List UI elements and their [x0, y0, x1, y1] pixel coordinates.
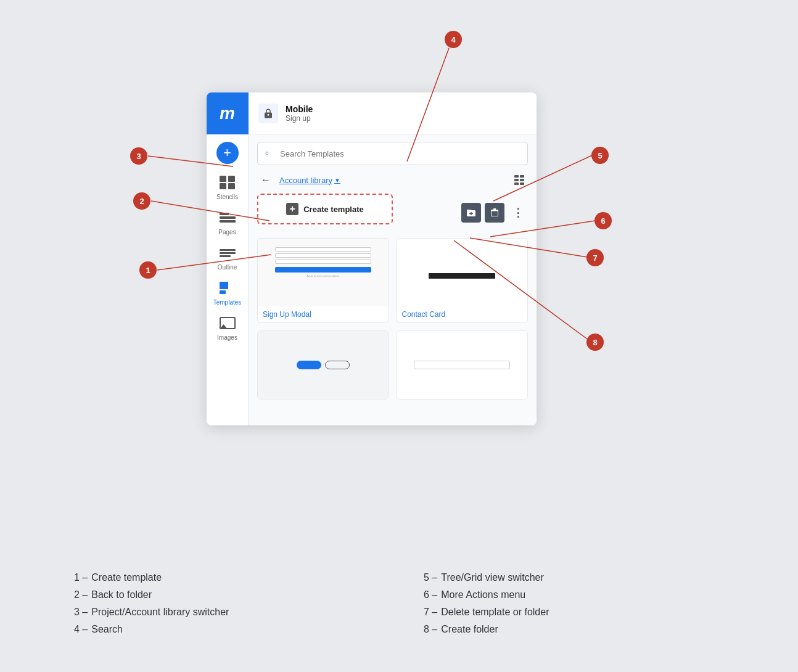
stencils-icon-box: [218, 174, 237, 191]
sidebar-item-pages[interactable]: Pages: [207, 204, 249, 239]
btn-preview-outline: [325, 361, 350, 369]
svg-point-20: [130, 147, 147, 165]
btn-preview-filled: [297, 361, 321, 369]
card-label-contact: Contact Card: [397, 306, 528, 322]
svg-text:1: 1: [146, 266, 150, 275]
legend-num-7: 7 –: [424, 607, 437, 618]
legend-num-2: 2 –: [74, 589, 88, 600]
outline-icon: [220, 249, 236, 257]
template-cards-grid: Agree to terms and conditions Sign Up Mo…: [257, 238, 528, 400]
sidebar-item-label: Pages: [218, 229, 236, 236]
svg-rect-3: [520, 175, 524, 178]
legend-num-6: 6 –: [424, 589, 437, 600]
sidebar-item-templates[interactable]: Templates: [207, 274, 249, 309]
main-content: Mobile Sign up ⚬ ← Account library ▼: [249, 92, 537, 425]
legend-item-6: 6 – More Actions menu: [424, 589, 724, 600]
delete-button[interactable]: [485, 203, 504, 223]
sidebar-item-label: Outline: [218, 264, 237, 271]
pages-icon-box: [218, 209, 237, 226]
legend-item-4: 4 – Search: [74, 624, 374, 635]
template-card-buttons[interactable]: [257, 330, 389, 400]
svg-point-26: [591, 147, 609, 164]
library-switcher[interactable]: Account library ▼: [279, 176, 340, 185]
signup-preview-input3: [275, 260, 371, 264]
legend-num-3: 3 –: [74, 607, 88, 618]
input-preview: [397, 331, 528, 399]
svg-text:7: 7: [593, 253, 597, 263]
card-label-signup: Sign Up Modal: [258, 306, 389, 322]
svg-rect-12: [493, 208, 496, 210]
sidebar-item-label: Templates: [213, 299, 242, 306]
legend-text-1: Create template: [91, 572, 162, 583]
svg-rect-1: [514, 179, 519, 181]
legend-text-5: Tree/Grid view switcher: [441, 572, 544, 583]
template-card-input[interactable]: [397, 330, 529, 400]
grid-view-button[interactable]: [511, 171, 528, 189]
svg-text:4: 4: [451, 35, 456, 44]
templates-icon: [220, 282, 236, 294]
toolbar: ← Account library ▼: [249, 165, 537, 194]
legend-item-8: 8 – Create folder: [424, 624, 724, 635]
svg-point-32: [586, 249, 604, 266]
search-icon: ⚬: [263, 149, 271, 158]
template-card-signup[interactable]: Agree to terms and conditions Sign Up Mo…: [257, 238, 389, 323]
signup-preview-btn: [275, 267, 371, 272]
svg-point-17: [133, 192, 150, 210]
sidebar-item-outline[interactable]: Outline: [207, 239, 249, 274]
page-subtitle: Sign up: [286, 114, 313, 123]
svg-text:3: 3: [136, 152, 141, 161]
search-bar: ⚬: [257, 142, 528, 165]
pages-icon: [220, 213, 236, 223]
legend-item-2: 2 – Back to folder: [74, 589, 374, 600]
sidebar: m + Stencils Pages: [207, 92, 249, 425]
page-header: Mobile Sign up: [249, 92, 537, 134]
create-folder-button[interactable]: [461, 203, 481, 223]
svg-text:2: 2: [139, 197, 144, 206]
svg-point-35: [586, 334, 604, 351]
create-template-button[interactable]: + Create template: [257, 194, 393, 224]
app-window: m + Stencils Pages: [207, 92, 537, 425]
chevron-down-icon: ▼: [334, 177, 340, 184]
back-button[interactable]: ←: [257, 171, 274, 189]
svg-point-23: [445, 31, 462, 48]
legend-num-1: 1 –: [74, 572, 88, 583]
images-icon: [220, 317, 236, 329]
sidebar-item-images[interactable]: Images: [207, 309, 249, 345]
trash-icon: [491, 208, 498, 217]
legend-text-6: More Actions menu: [441, 589, 525, 600]
legend-text-2: Back to folder: [91, 589, 152, 600]
images-icon-box: [218, 314, 237, 332]
signup-preview-input2: [275, 253, 371, 258]
legend-item-5: 5 – Tree/Grid view switcher: [424, 572, 724, 583]
action-icons-row: ⋮: [461, 203, 528, 223]
legend-num-8: 8 –: [424, 624, 437, 635]
library-label: Account library: [279, 176, 332, 185]
sidebar-item-stencils[interactable]: Stencils: [207, 169, 249, 204]
outline-icon-box: [218, 244, 237, 261]
signup-preview-small: Agree to terms and conditions: [269, 274, 377, 277]
legend-num-5: 5 –: [424, 572, 437, 583]
page-icon: [258, 104, 278, 123]
legend-item-1: 1 – Create template: [74, 572, 374, 583]
signup-preview-input1: [275, 247, 371, 252]
add-button[interactable]: +: [216, 142, 239, 164]
create-folder-icon: [467, 208, 475, 217]
more-actions-button[interactable]: ⋮: [508, 203, 528, 223]
create-plus-icon: +: [286, 203, 298, 215]
svg-point-14: [139, 261, 157, 279]
logo-letter: m: [220, 104, 235, 123]
legend-text-8: Create folder: [441, 624, 498, 635]
svg-rect-5: [520, 182, 524, 185]
page-title: Mobile: [286, 104, 313, 114]
legend-item-3: 3 – Project/Account library switcher: [74, 607, 374, 618]
signup-preview: Agree to terms and conditions: [258, 239, 389, 306]
grid-view-icon: [514, 175, 524, 185]
app-logo[interactable]: m: [207, 92, 249, 134]
svg-rect-11: [491, 210, 498, 211]
template-card-contact[interactable]: Contact Card: [397, 238, 529, 323]
legend-item-7: 7 – Delete template or folder: [424, 607, 724, 618]
sidebar-item-label: Images: [217, 334, 237, 341]
card-preview-signup: Agree to terms and conditions: [258, 239, 389, 306]
search-input[interactable]: [257, 142, 528, 165]
templates-icon-box: [218, 279, 237, 297]
